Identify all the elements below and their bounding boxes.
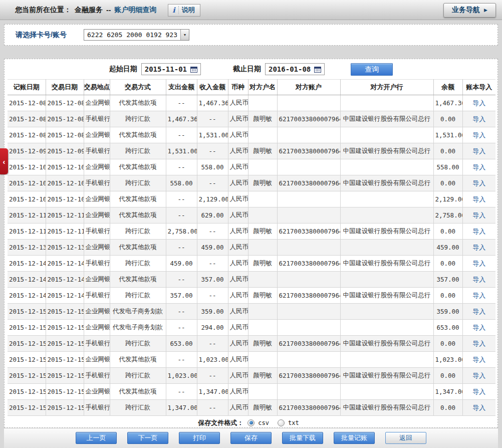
batch-ledger-button[interactable]: 批量记账 (334, 432, 375, 444)
calendar-icon[interactable] (190, 66, 197, 73)
print-button[interactable]: 打印 (179, 432, 220, 444)
import-link[interactable]: 导入 (472, 147, 485, 155)
import-link[interactable]: 导入 (472, 115, 485, 123)
table-row: 2015-12-112015-12-11手机银行跨行汇款2,758.00--人民… (8, 223, 495, 240)
table-cell: 中国建设银行股份有限公司总行 (340, 111, 433, 127)
calendar-icon[interactable] (314, 66, 321, 73)
table-cell: 导入 (462, 207, 495, 223)
table-cell: 0.00 (433, 143, 462, 159)
table-cell: 6217003380000796489 (277, 288, 340, 304)
table-row: 2015-12-142015-12-14手机银行跨行汇款357.00--人民币颜… (8, 288, 495, 304)
table-cell: 2015-12-15 (46, 352, 84, 368)
import-link[interactable]: 导入 (472, 260, 485, 267)
import-link[interactable]: 导入 (472, 292, 485, 299)
import-link[interactable]: 导入 (472, 163, 485, 171)
table-cell: 357.00 (197, 272, 228, 288)
table-cell: 导入 (462, 95, 495, 111)
chevron-left-icon: ‹ (3, 157, 6, 166)
table-cell: 2015-12-10 (46, 191, 84, 207)
start-date-input[interactable]: 2015-11-01 (141, 63, 201, 75)
column-header: 对方开户行 (340, 80, 433, 95)
table-cell: -- (166, 127, 197, 143)
table-row: 2015-12-082015-12-08手机银行跨行汇款1,467.36--人民… (8, 111, 495, 127)
table-cell: 1,531.00 (433, 127, 462, 143)
import-link[interactable]: 导入 (472, 404, 485, 411)
table-row: 2015-12-152015-12-15企业网银代发电子商务划款--359.00… (8, 304, 495, 320)
table-cell: 2015-12-08 (46, 111, 84, 127)
radio-txt[interactable] (278, 419, 285, 426)
table-cell (277, 127, 340, 143)
radio-csv[interactable] (247, 419, 255, 426)
table-cell: 导入 (462, 191, 495, 207)
table-cell: 跨行汇款 (110, 223, 166, 240)
batch-download-button[interactable]: 批量下载 (282, 432, 323, 444)
table-cell: 手机银行 (84, 288, 110, 304)
table-row: 2015-12-082015-12-08企业网银代发其他款项--1,531.00… (8, 127, 495, 143)
table-cell: 导入 (462, 175, 495, 191)
prev-page-button[interactable]: 上一页 (76, 432, 117, 444)
table-cell: 颜明敏 (248, 336, 277, 352)
table-cell (340, 191, 433, 207)
table-cell: -- (197, 256, 228, 272)
table-cell: 人民币 (228, 143, 248, 159)
table-cell: 459.00 (433, 240, 462, 256)
table-cell: 颜明敏 (248, 256, 277, 272)
table-cell: 企业网银 (84, 352, 110, 368)
table-cell: 2015-12-08 (8, 127, 46, 143)
import-link[interactable]: 导入 (472, 324, 485, 331)
breadcrumb: 您当前所在位置： 金融服务 -- 账户明细查询 i 说明 (15, 0, 200, 20)
import-link[interactable]: 导入 (472, 211, 485, 219)
table-row: 2015-12-152015-12-15手机银行跨行汇款1,023.00--人民… (8, 368, 495, 384)
table-cell (340, 384, 433, 400)
import-link[interactable]: 导入 (472, 388, 485, 395)
table-cell: 2015-12-15 (46, 336, 84, 352)
table-cell: 代发其他款项 (110, 127, 166, 143)
arrow-right-icon: ▶ (484, 8, 487, 13)
column-header: 记账日期 (8, 80, 46, 95)
business-nav-button[interactable]: 业务导航 ▶ (443, 3, 496, 18)
table-cell (340, 240, 433, 256)
table-cell: 导入 (462, 368, 495, 384)
table-cell: -- (166, 304, 197, 320)
table-row: 2015-12-102015-12-10企业网银代发其他款项--2,129.00… (8, 191, 495, 207)
table-cell: 导入 (462, 240, 495, 256)
table-cell: 2015-12-10 (8, 159, 46, 175)
table-cell: 1,347.00 (433, 384, 462, 400)
table-cell: 导入 (462, 159, 495, 175)
table-cell: 6217003380000796489 (277, 223, 340, 240)
table-cell: 2015-12-11 (8, 223, 46, 240)
column-header: 余额 (433, 80, 462, 95)
table-cell: 1,467.36 (433, 95, 462, 111)
table-cell (248, 207, 277, 223)
import-link[interactable]: 导入 (472, 372, 485, 379)
back-button[interactable]: 返回 (385, 432, 426, 444)
next-page-button[interactable]: 下一页 (127, 432, 168, 444)
table-cell (277, 95, 340, 111)
import-link[interactable]: 导入 (472, 276, 485, 283)
query-button[interactable]: 查询 (351, 63, 393, 76)
import-link[interactable]: 导入 (472, 179, 485, 187)
table-cell: 中国建设银行股份有限公司总行 (340, 400, 433, 416)
import-link[interactable]: 导入 (472, 195, 485, 203)
import-link[interactable]: 导入 (472, 308, 485, 315)
import-link[interactable]: 导入 (472, 244, 485, 251)
import-link[interactable]: 导入 (472, 131, 485, 139)
table-cell: 人民币 (228, 400, 248, 416)
save-format-row: 保存文件格式： csvtxt (5, 416, 497, 429)
table-cell (340, 95, 433, 111)
help-button[interactable]: i 说明 (168, 4, 200, 17)
chevron-down-icon[interactable]: ▼ (180, 30, 189, 40)
table-cell: 企业网银 (84, 272, 110, 288)
import-link[interactable]: 导入 (472, 356, 485, 363)
import-link[interactable]: 导入 (472, 99, 485, 107)
table-cell: 2015-12-08 (8, 111, 46, 127)
column-header: 对方户名 (248, 80, 277, 95)
table-cell: 跨行汇款 (110, 336, 166, 352)
import-link[interactable]: 导入 (472, 228, 485, 235)
end-date-input[interactable]: 2016-01-08 (265, 63, 325, 75)
account-select[interactable]: 6222 6205 2000 0192 923 ▼ (84, 29, 189, 41)
save-button[interactable]: 保存 (230, 432, 272, 444)
table-cell: 558.00 (433, 159, 462, 175)
import-link[interactable]: 导入 (472, 340, 485, 347)
collapse-panel-tab[interactable]: ‹ (0, 148, 8, 174)
